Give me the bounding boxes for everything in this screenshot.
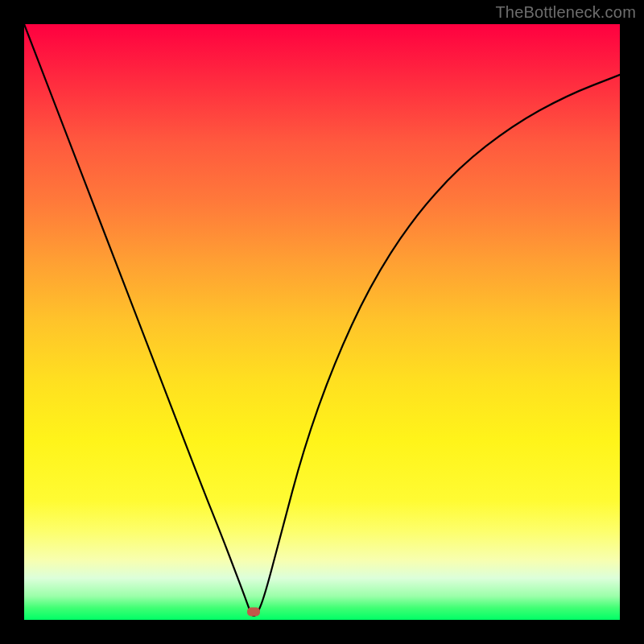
bottleneck-curve (24, 24, 620, 620)
optimum-marker (247, 608, 260, 617)
curve-path (24, 24, 620, 616)
chart-frame: TheBottleneck.com (0, 0, 644, 644)
watermark-text: TheBottleneck.com (495, 3, 636, 22)
plot-area (24, 24, 620, 620)
